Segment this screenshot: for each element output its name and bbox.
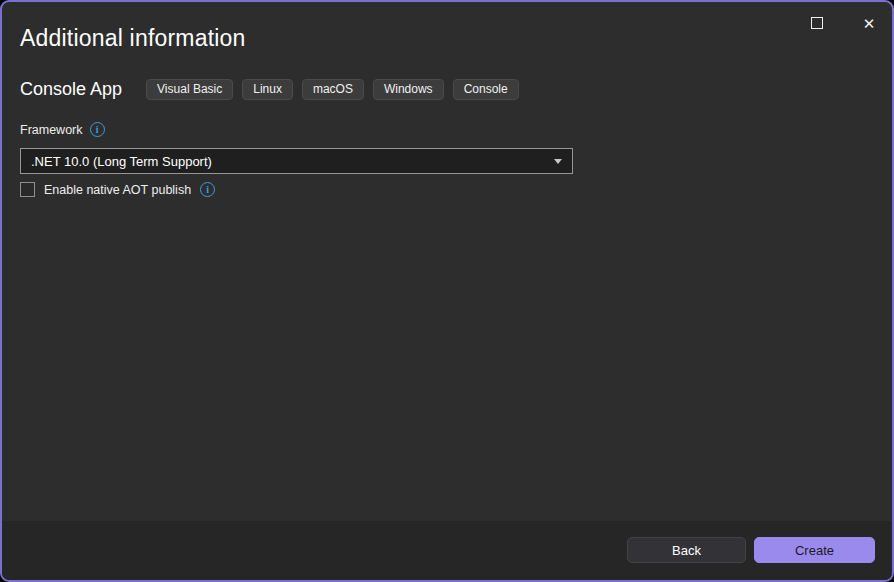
page-title: Additional information [20,25,246,52]
additional-information-dialog: ✕ Additional information Console App Vis… [0,0,894,582]
native-aot-checkbox[interactable] [20,182,35,197]
window-controls: ✕ [802,10,884,36]
close-button[interactable]: ✕ [854,10,884,36]
chevron-down-icon [554,159,562,164]
native-aot-label: Enable native AOT publish [44,183,191,197]
back-button[interactable]: Back [627,537,746,563]
tag-windows: Windows [373,79,444,100]
tag-console: Console [453,79,519,100]
project-tag-list: Visual Basic Linux macOS Windows Console [146,79,519,100]
dialog-footer: Back Create [2,521,892,580]
maximize-icon [811,17,823,29]
framework-label-row: Framework i [20,122,105,137]
framework-dropdown[interactable]: .NET 10.0 (Long Term Support) [20,148,573,174]
native-aot-info-icon[interactable]: i [200,182,215,197]
framework-info-icon[interactable]: i [90,122,105,137]
framework-label: Framework [20,123,83,137]
native-aot-row: Enable native AOT publish i [20,182,215,197]
project-row: Console App Visual Basic Linux macOS Win… [20,79,519,100]
project-type-name: Console App [20,79,122,100]
close-icon: ✕ [863,16,876,31]
tag-linux: Linux [242,79,293,100]
create-button[interactable]: Create [754,537,875,563]
tag-macos: macOS [302,79,364,100]
framework-selected-value: .NET 10.0 (Long Term Support) [31,154,554,169]
tag-visual-basic: Visual Basic [146,79,233,100]
maximize-button[interactable] [802,10,832,36]
